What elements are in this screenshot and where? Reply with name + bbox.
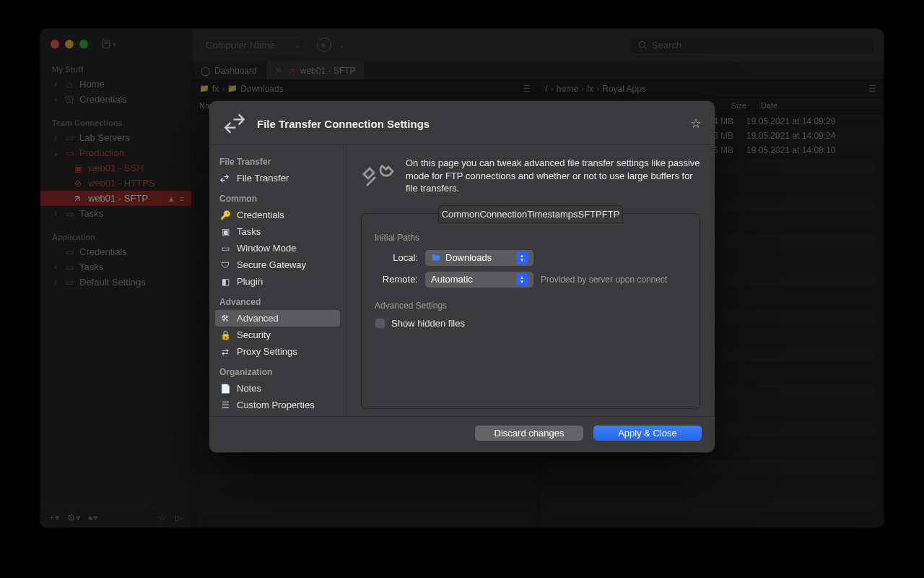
remote-hint: Provided by server upon connect: [541, 275, 667, 285]
dialog-content: On this page you can tweak advanced file…: [346, 145, 715, 416]
dialog-sidebar: File Transfer File Transfer Common 🔑Cred…: [209, 145, 346, 416]
discard-button[interactable]: Discard changes: [475, 426, 583, 441]
description-text: On this page you can tweak advanced file…: [406, 157, 700, 195]
label-remote: Remote:: [375, 274, 418, 285]
dialog-footer: Discard changes Apply & Close: [209, 416, 715, 452]
mitem-advanced[interactable]: 🛠Advanced: [215, 310, 340, 327]
seg-ftp[interactable]: FTP: [602, 209, 620, 220]
dialog-header: File Transfer Connection Settings ☆: [209, 101, 715, 144]
file-transfer-icon: [222, 111, 247, 136]
mitem-window-mode[interactable]: ▭Window Mode: [209, 240, 346, 256]
seg-connection[interactable]: Connection: [479, 209, 527, 220]
local-path-select[interactable]: Downloads ▲▼: [425, 250, 533, 266]
apply-button[interactable]: Apply & Close: [593, 426, 702, 441]
show-hidden-checkbox[interactable]: [375, 318, 385, 329]
label-local: Local:: [375, 252, 418, 263]
mitem-security[interactable]: 🔒Security: [209, 327, 346, 343]
segment-control: Common Connection Timestamps SFTP FTP: [438, 205, 624, 223]
stepper-icon: ▲▼: [516, 273, 528, 286]
form-panel: Initial Paths Local: Downloads ▲▼ Remote…: [361, 213, 700, 409]
remote-path-select[interactable]: Automatic ▲▼: [425, 272, 533, 288]
mitem-proxy[interactable]: ⇄Proxy Settings: [209, 343, 346, 360]
show-hidden-label: Show hidden files: [391, 318, 465, 329]
mitem-file-transfer[interactable]: File Transfer: [209, 170, 346, 186]
wrench-icon: [361, 157, 396, 191]
mitem-custom-props[interactable]: ☰Custom Properties: [209, 397, 346, 413]
seg-sftp[interactable]: SFTP: [578, 209, 602, 220]
folder-icon: [431, 253, 441, 263]
mitem-credentials[interactable]: 🔑Credentials: [209, 207, 346, 223]
mitem-tasks[interactable]: ▣Tasks: [209, 223, 346, 240]
seg-timestamps[interactable]: Timestamps: [527, 209, 578, 220]
favorite-button[interactable]: ☆: [690, 116, 702, 131]
mitem-notes[interactable]: 📄Notes: [209, 380, 346, 397]
dialog-title: File Transfer Connection Settings: [257, 118, 430, 130]
stepper-icon: ▲▼: [516, 251, 528, 264]
settings-dialog: File Transfer Connection Settings ☆ File…: [209, 101, 715, 452]
seg-common[interactable]: Common: [442, 209, 480, 220]
group-initial-paths: Initial Paths: [375, 233, 687, 243]
mitem-secure-gateway[interactable]: 🛡Secure Gateway: [209, 256, 346, 273]
mitem-plugin[interactable]: ◧Plugin: [209, 273, 346, 290]
group-advanced: Advanced Settings: [375, 301, 687, 311]
